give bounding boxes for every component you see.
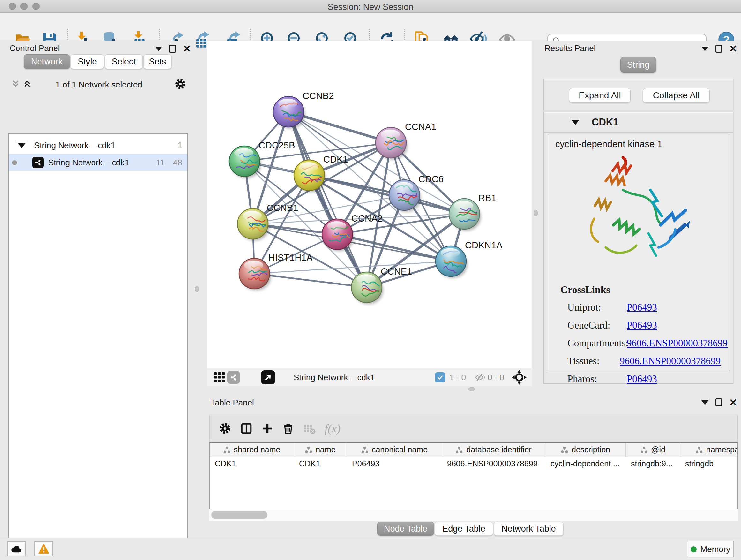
column-header-description[interactable]: description xyxy=(545,443,626,456)
crosslink-label: Pharos: xyxy=(567,373,627,385)
table-cell[interactable]: P06493 xyxy=(347,459,442,469)
panel-menu-caret-icon[interactable] xyxy=(701,47,709,51)
panel-float-icon[interactable] xyxy=(716,45,722,53)
node-CDKN1A[interactable] xyxy=(435,246,466,276)
column-header--id[interactable]: @id xyxy=(626,443,680,456)
delete-table-icon xyxy=(303,422,316,435)
memory-label: Memory xyxy=(700,544,731,554)
collapse-all-button[interactable]: Collapse All xyxy=(643,88,710,103)
crosslink-link[interactable]: P06493 xyxy=(627,320,657,331)
panel-close-icon[interactable]: ✕ xyxy=(183,45,191,53)
crosslink-link[interactable]: 9606.ENSP00000378699 xyxy=(620,355,721,367)
node-CDC6[interactable] xyxy=(389,180,420,210)
node-HIST1H1A[interactable] xyxy=(239,258,270,289)
node-label-CDK1: CDK1 xyxy=(323,154,348,165)
edge-HIST1H1A-CCNE1[interactable] xyxy=(254,273,367,287)
collection-expand-icon[interactable] xyxy=(17,143,26,148)
table-cell[interactable]: stringdb xyxy=(680,459,738,469)
network-options-gear-icon[interactable] xyxy=(174,78,186,91)
right-splitter-handle[interactable] xyxy=(534,210,538,216)
tab-sets[interactable]: Sets xyxy=(143,54,172,69)
table-settings-gear-icon[interactable] xyxy=(219,422,231,435)
column-header-name[interactable]: name xyxy=(294,443,347,456)
node-CCNB2[interactable] xyxy=(273,97,304,127)
gene-collapse-icon[interactable] xyxy=(571,120,580,125)
crosslink-row: Compartments:9606.ENSP00000378699 xyxy=(567,334,721,352)
panel-float-icon[interactable] xyxy=(169,45,176,53)
gene-description: cyclin-dependent kinase 1 xyxy=(555,139,662,149)
table-cell[interactable]: 9606.ENSP00000378699 xyxy=(442,459,545,469)
collection-count: 1 xyxy=(178,140,182,150)
column-header-label: @id xyxy=(651,445,665,454)
crosslink-link[interactable]: P06493 xyxy=(627,373,657,385)
function-builder-icon: f(x) xyxy=(325,422,340,435)
crosslink-link[interactable]: 9606.ENSP00000378699 xyxy=(627,337,728,349)
table-cell[interactable]: CDK1 xyxy=(294,459,347,469)
crosslink-label: Compartments: xyxy=(567,337,627,349)
collapse-all-icon[interactable] xyxy=(11,78,20,90)
panel-close-icon[interactable]: ✕ xyxy=(729,399,737,407)
network-canvas[interactable]: CCNB2CCNA1CDC25BCDK1CDC6RB1CCNB1CCNA2CDK… xyxy=(207,41,532,368)
cloud-icon xyxy=(11,544,22,554)
show-columns-icon[interactable] xyxy=(240,422,253,435)
table-panel-title: Table Panel xyxy=(211,398,254,408)
birds-eye-view-icon[interactable] xyxy=(261,370,275,384)
column-header-label: canonical name xyxy=(372,445,428,454)
left-splitter-handle[interactable] xyxy=(195,286,199,292)
column-header-namespace[interactable]: namespace xyxy=(680,443,738,456)
panel-menu-caret-icon[interactable] xyxy=(155,47,162,51)
node-CDK1[interactable] xyxy=(294,160,325,191)
column-header-canonical-name[interactable]: canonical name xyxy=(347,443,442,456)
panel-close-icon[interactable]: ✕ xyxy=(729,45,737,53)
add-column-icon[interactable] xyxy=(261,422,273,435)
memory-button[interactable]: Memory xyxy=(687,541,734,557)
crosslink-link[interactable]: P06493 xyxy=(627,302,657,313)
node-RB1[interactable] xyxy=(449,199,484,229)
title-bar: Session: New Session xyxy=(0,0,741,13)
tab-edge-table[interactable]: Edge Table xyxy=(434,522,493,536)
node-label-CDKN1A: CDKN1A xyxy=(465,240,502,250)
crosslink-row: Pharos:P06493 xyxy=(567,370,721,388)
tab-node-table[interactable]: Node Table xyxy=(377,522,434,536)
tab-network-table[interactable]: Network Table xyxy=(494,522,563,536)
results-panel-title: Results Panel xyxy=(544,44,596,53)
protein-structure-image xyxy=(575,152,703,277)
crosslink-row: GeneCard:P06493 xyxy=(567,316,721,334)
network-collection-row[interactable]: String Network – cdk1 1 xyxy=(9,137,187,154)
selected-count: 1 - 0 xyxy=(449,373,466,382)
tab-network[interactable]: Network xyxy=(23,54,70,69)
scrollbar-thumb[interactable] xyxy=(211,511,267,519)
node-label-CCNB1: CCNB1 xyxy=(267,203,298,213)
table-cell[interactable]: cyclin-dependent ... xyxy=(545,459,626,469)
grid-view-icon[interactable] xyxy=(214,372,225,385)
tab-string[interactable]: String xyxy=(620,57,656,73)
gene-header-row[interactable]: CDK1 xyxy=(544,112,733,133)
delete-column-icon[interactable] xyxy=(282,422,294,435)
node-label-CDC6: CDC6 xyxy=(418,174,444,184)
expand-all-icon[interactable] xyxy=(22,78,32,90)
fit-content-crosshair-icon[interactable] xyxy=(512,370,527,387)
main-toolbar: ? xyxy=(0,13,741,41)
column-header-label: database identifier xyxy=(466,445,531,454)
column-header-database-identifier[interactable]: database identifier xyxy=(442,443,545,456)
table-horizontal-scrollbar[interactable] xyxy=(209,509,738,521)
table-cell[interactable]: CDK1 xyxy=(210,459,294,469)
tab-style[interactable]: Style xyxy=(71,54,104,69)
expand-all-button[interactable]: Expand All xyxy=(569,88,630,103)
column-header-shared-name[interactable]: shared name xyxy=(210,443,294,456)
bottom-splitter-handle[interactable] xyxy=(468,387,475,391)
table-row[interactable]: CDK1CDK1P064939606.ENSP00000378699cyclin… xyxy=(210,457,738,470)
network-view-title: String Network – cdk1 xyxy=(293,373,375,382)
tab-select[interactable]: Select xyxy=(105,54,143,69)
table-cell[interactable]: stringdb:9... xyxy=(626,459,680,469)
cloud-button[interactable] xyxy=(7,542,26,556)
column-header-label: name xyxy=(316,445,336,454)
warnings-button[interactable] xyxy=(35,542,53,556)
node-label-HIST1H1A: HIST1H1A xyxy=(268,253,313,263)
panel-menu-caret-icon[interactable] xyxy=(701,400,709,405)
selected-checkbox[interactable] xyxy=(435,372,445,382)
network-share-icon[interactable] xyxy=(227,371,240,384)
network-row[interactable]: String Network – cdk1 11 48 xyxy=(9,154,187,171)
panel-float-icon[interactable] xyxy=(716,398,722,407)
column-attribute-icon xyxy=(640,446,648,454)
